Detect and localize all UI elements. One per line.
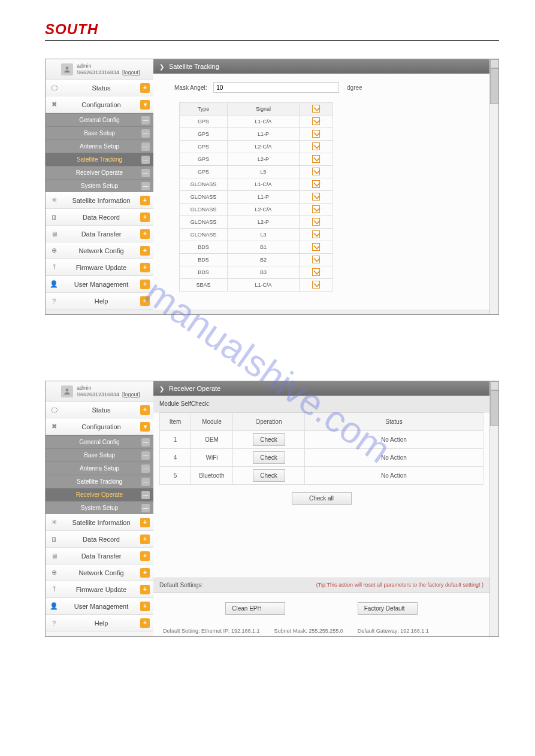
submenu-satellite-tracking[interactable]: Satellite Tracking— (46, 153, 153, 166)
logout-link[interactable]: [logout] (122, 391, 140, 397)
collapse-icon[interactable]: ▾ (140, 100, 150, 110)
sidebar-item-firmware[interactable]: ⤒ Firmware Update + (46, 259, 153, 276)
sidebar-item-datatransfer[interactable]: 🖥 Data Transfer + (46, 548, 153, 564)
cell-signal: L3 (228, 229, 300, 241)
sidebar-item-configuration[interactable]: ✖ Configuration ▾ (46, 96, 153, 113)
row-checkbox[interactable] (312, 117, 320, 125)
clean-eph-button[interactable]: Clean EPH (225, 602, 285, 615)
expand-icon[interactable]: + (140, 535, 150, 544)
col-module: Module (191, 413, 233, 431)
sidebar-item-status[interactable]: 🖵 Status + (46, 80, 153, 96)
expand-icon[interactable]: + (140, 246, 150, 256)
row-checkbox[interactable] (312, 155, 320, 163)
logout-link[interactable]: [logout] (122, 69, 140, 75)
expand-icon[interactable]: + (140, 602, 150, 611)
expand-icon[interactable]: + (140, 263, 150, 272)
sidebar-item-satinfo[interactable]: ✳ Satellite Information + (46, 514, 153, 531)
submenu-antenna-setup[interactable]: Antenna Setup— (46, 462, 153, 475)
row-checkbox[interactable] (312, 142, 320, 150)
sidebar-item-users[interactable]: 👤 User Management + (46, 598, 153, 615)
expand-icon[interactable]: + (140, 83, 150, 93)
row-checkbox[interactable] (312, 180, 320, 188)
expand-icon[interactable]: + (140, 551, 150, 561)
expand-icon[interactable]: + (140, 229, 150, 239)
submenu-satellite-tracking[interactable]: Satellite Tracking— (46, 475, 153, 488)
sidebar: admin S6626312316834 [logout] 🖵 Status +… (46, 381, 153, 637)
panel-header: ❯ Receiver Operate (153, 381, 489, 396)
cell-status: No Action (305, 467, 483, 485)
globe-icon: ⊕ (46, 247, 62, 254)
sidebar-item-help[interactable]: ? Help + (46, 615, 153, 631)
row-checkbox[interactable] (312, 205, 320, 213)
check-button[interactable]: Check (253, 469, 285, 482)
sidebar-item-network[interactable]: ⊕ Network Config + (46, 564, 153, 581)
row-checkbox[interactable] (312, 130, 320, 138)
table-row: GPSL1-P (180, 128, 333, 141)
sidebar-item-datarecord[interactable]: 🗓 Data Record + (46, 209, 153, 226)
col-status: Status (305, 413, 483, 431)
sidebar-item-help[interactable]: ? Help + (46, 293, 153, 309)
submenu-general-config[interactable]: General Config— (46, 113, 153, 126)
row-checkbox[interactable] (312, 218, 320, 226)
users-icon: 👤 (46, 280, 62, 288)
expand-icon[interactable]: + (140, 568, 150, 578)
cell-signal: L1-P (228, 128, 300, 141)
submenu-base-setup[interactable]: Base Setup— (46, 448, 153, 462)
monitor-icon: 🖵 (46, 406, 62, 414)
submenu-system-setup[interactable]: System Setup— (46, 179, 153, 192)
sidebar-item-status[interactable]: 🖵 Status + (46, 402, 153, 418)
default-settings-info: Default Setting: Ethernet IP: 192.168.1.… (153, 624, 489, 637)
row-checkbox[interactable] (312, 281, 320, 289)
check-button[interactable]: Check (253, 433, 285, 446)
expand-icon[interactable]: + (140, 296, 150, 306)
col-check (300, 103, 333, 116)
expand-icon[interactable]: + (140, 196, 150, 205)
table-row: 1OEMCheckNo Action (160, 431, 483, 449)
sidebar-item-network[interactable]: ⊕ Network Config + (46, 242, 153, 259)
row-checkbox[interactable] (312, 168, 320, 175)
scrollbar[interactable] (489, 381, 498, 636)
submenu-receiver-operate[interactable]: Receiver Operate— (46, 166, 153, 179)
check-button[interactable]: Check (253, 451, 285, 464)
mask-angle-input[interactable] (213, 82, 339, 93)
sidebar-item-firmware[interactable]: ⤒ Firmware Update + (46, 581, 153, 598)
expand-icon[interactable]: + (140, 518, 150, 527)
cell-type: GLONASS (180, 204, 228, 216)
sidebar-item-satinfo[interactable]: ✳ Satellite Information + (46, 192, 153, 209)
submenu-general-config[interactable]: General Config— (46, 435, 153, 448)
check-all-button[interactable]: Check all (292, 492, 352, 505)
row-checkbox[interactable] (312, 243, 320, 251)
cell-signal: L2-P (228, 153, 300, 166)
user-name: admin (77, 63, 140, 69)
row-checkbox[interactable] (312, 230, 320, 238)
sidebar-item-datarecord[interactable]: 🗓 Data Record + (46, 531, 153, 548)
collapse-icon[interactable]: ▾ (140, 422, 150, 432)
mask-angle-unit: dgree (347, 84, 362, 91)
monitor-icon: 🖵 (46, 84, 62, 92)
panel-title: Receiver Operate (169, 385, 220, 392)
header-checkbox[interactable] (312, 105, 320, 113)
row-checkbox[interactable] (312, 256, 320, 263)
table-row: GLONASSL3 (180, 229, 333, 241)
expand-icon[interactable]: + (140, 212, 150, 222)
scrollbar[interactable] (489, 59, 498, 314)
expand-icon[interactable]: + (140, 618, 150, 628)
sidebar-item-configuration[interactable]: ✖ Configuration ▾ (46, 418, 153, 435)
submenu-antenna-setup[interactable]: Antenna Setup— (46, 139, 153, 153)
expand-icon[interactable]: + (140, 280, 150, 289)
tools-icon: ✖ (46, 423, 62, 430)
expand-icon[interactable]: + (140, 585, 150, 594)
user-serial: S6626312316834 (77, 69, 119, 75)
cell-signal: L2-P (228, 216, 300, 229)
chevron-right-icon: ❯ (159, 63, 164, 70)
sidebar: admin S6626312316834 [logout] 🖵 Status +… (46, 59, 153, 309)
submenu-receiver-operate[interactable]: Receiver Operate— (46, 488, 153, 501)
factory-default-button[interactable]: Factory Default (358, 602, 418, 615)
sidebar-item-datatransfer[interactable]: 🖥 Data Transfer + (46, 226, 153, 242)
submenu-base-setup[interactable]: Base Setup— (46, 126, 153, 139)
row-checkbox[interactable] (312, 193, 320, 201)
submenu-system-setup[interactable]: System Setup— (46, 501, 153, 514)
sidebar-item-users[interactable]: 👤 User Management + (46, 276, 153, 293)
row-checkbox[interactable] (312, 268, 320, 276)
expand-icon[interactable]: + (140, 405, 150, 415)
